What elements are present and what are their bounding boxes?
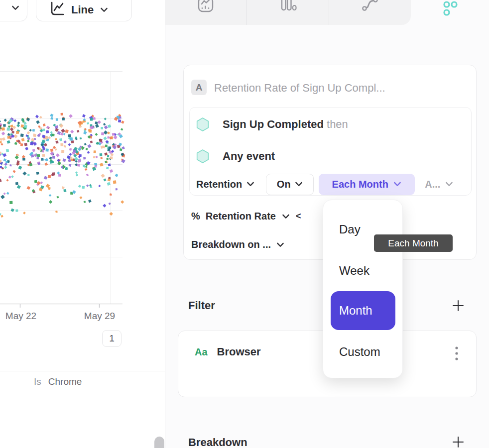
chevron-down-icon xyxy=(246,180,255,189)
chevron-down-icon xyxy=(445,180,454,189)
retention-mode-label: Retention xyxy=(196,179,242,190)
tab-flow-chart[interactable] xyxy=(329,0,411,25)
menu-item-day[interactable]: Day xyxy=(339,223,361,236)
query-badge: A xyxy=(191,80,207,95)
event-hexagon-icon xyxy=(195,117,210,132)
bar-chart-icon xyxy=(279,0,297,14)
scrollbar-thumb[interactable] xyxy=(154,437,164,448)
chevron-down-icon xyxy=(393,180,402,189)
menu-item-month[interactable]: Month xyxy=(331,291,395,330)
combo-chart-icon xyxy=(197,0,215,14)
add-filter-button[interactable] xyxy=(450,298,466,314)
filter-property-name: Browser xyxy=(217,345,261,358)
truncated-label: A... xyxy=(425,179,440,190)
interval-label: Each Month xyxy=(332,179,388,190)
event-group: Sign Up Completed then Any event Retenti… xyxy=(189,107,472,196)
event-name: Sign Up Completed xyxy=(223,118,324,130)
interval-tooltip: Each Month xyxy=(374,234,453,252)
chart-pane: Line May 22 May 29 1 xyxy=(0,0,165,448)
event-row-return[interactable]: Any event xyxy=(195,149,275,164)
chevron-down-icon xyxy=(281,212,290,221)
retention-mode-dropdown[interactable]: Retention xyxy=(196,179,255,190)
breakdown-on-dropdown[interactable]: Breakdown on ... xyxy=(191,239,285,250)
add-breakdown-button[interactable] xyxy=(450,434,466,448)
menu-item-custom[interactable]: Custom xyxy=(339,345,380,359)
breakdown-on-label: Breakdown on ... xyxy=(191,239,271,250)
plus-icon xyxy=(453,301,463,311)
x-tick-label: May 22 xyxy=(5,311,36,322)
retention-controls-row: Retention On Each Month A... xyxy=(190,173,471,195)
interval-menu: Day Week Month Custom xyxy=(323,200,403,378)
chevron-down-icon xyxy=(276,240,285,249)
measure-label: Retention Rate xyxy=(206,211,276,222)
pagination-button[interactable]: 1 xyxy=(102,330,122,347)
tab-combo-chart[interactable] xyxy=(165,0,246,25)
on-dropdown[interactable]: On xyxy=(266,174,314,195)
measure-dropdown[interactable]: % Retention Rate < xyxy=(191,211,301,222)
flow-chart-icon xyxy=(361,0,379,14)
plus-icon xyxy=(453,437,463,447)
filter-condition[interactable]: Is Chrome xyxy=(34,376,82,387)
query-title[interactable]: Retention Rate of Sign Up Compl... xyxy=(214,82,385,95)
property-type-badge: Aa xyxy=(195,346,208,358)
scatter-points xyxy=(0,113,125,218)
filter-section-title: Filter xyxy=(188,299,215,312)
chevron-left-text: < xyxy=(296,211,301,222)
interval-dropdown[interactable]: Each Month xyxy=(319,174,415,195)
section-divider xyxy=(0,371,165,371)
chevron-down-icon xyxy=(294,180,303,189)
event-name: Any event xyxy=(223,150,275,162)
filter-options-button[interactable] xyxy=(449,346,464,361)
scatter-chart xyxy=(0,0,165,378)
tab-bar-chart[interactable] xyxy=(247,0,329,25)
menu-item-week[interactable]: Week xyxy=(339,264,369,278)
event-row-first[interactable]: Sign Up Completed then xyxy=(195,117,348,132)
cluster-dots-icon[interactable] xyxy=(440,0,459,17)
x-tick-label: May 29 xyxy=(84,311,115,322)
breakdown-section-title: Breakdown xyxy=(188,436,247,448)
event-hexagon-icon xyxy=(195,149,210,164)
on-label: On xyxy=(277,179,291,190)
kebab-icon xyxy=(455,346,458,360)
percent-symbol: % xyxy=(191,211,200,222)
truncated-dropdown[interactable]: A... xyxy=(425,179,454,190)
filter-property-row[interactable]: Aa Browser xyxy=(195,345,261,358)
filter-value: Chrome xyxy=(48,376,82,387)
event-suffix: then xyxy=(327,118,348,130)
chart-type-tab-bar xyxy=(165,0,411,25)
filter-operator: Is xyxy=(34,376,41,387)
